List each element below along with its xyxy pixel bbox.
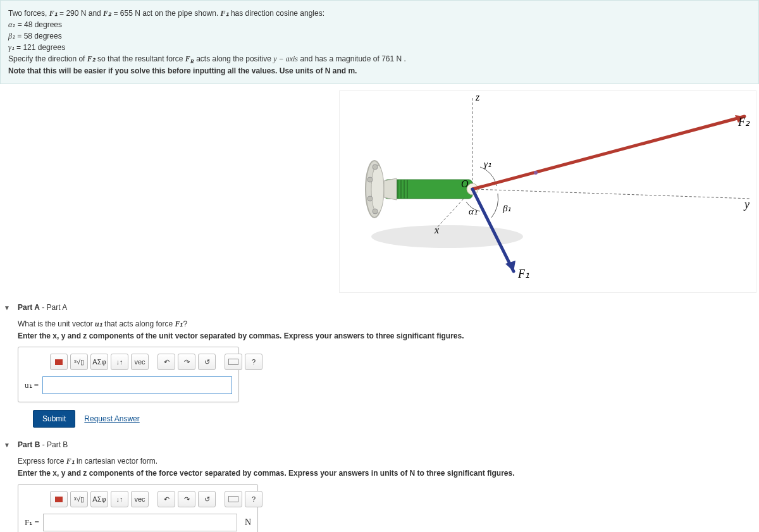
u1-symbol: u₁ — [95, 319, 102, 328]
text: = 58 degrees — [15, 32, 62, 40]
yaxis: y − axis — [273, 54, 298, 63]
text: = 121 degrees — [15, 43, 65, 52]
alpha1-symbol: α₁ — [8, 20, 15, 29]
f1-symbol: F₁ — [221, 9, 229, 18]
beta-line: β₁ = 58 degrees — [8, 32, 751, 41]
text: = 655 N — [111, 9, 140, 18]
rect-icon — [55, 359, 63, 365]
equation-toolbar: ᵡ√▯ ΑΣφ ↓↑ vec ↶ ↷ ↺ ? — [50, 491, 251, 507]
keyboard-icon — [228, 496, 238, 502]
request-answer-link[interactable]: Request Answer — [84, 414, 139, 423]
text: act on the pipe shown. — [140, 9, 221, 18]
submit-button[interactable]: Submit — [33, 410, 75, 428]
part-b-title-bold: Part B — [18, 440, 40, 449]
part-b-body: Express force F₁ in cartesian vector for… — [18, 457, 756, 532]
text: and — [86, 9, 103, 18]
part-a-section: ▼ Part A - Part A What is the unit vecto… — [3, 303, 756, 428]
axis-y-label: y — [743, 198, 750, 211]
part-b-instructions: Enter the x, y and z components of the f… — [18, 469, 756, 478]
problem-statement: Two forces, F₁ = 290 N and F₂ = 655 N ac… — [0, 0, 759, 84]
arrows-button[interactable]: ↓↑ — [111, 354, 128, 370]
help-button[interactable]: ? — [245, 354, 262, 370]
part-a-body: What is the unit vector u₁ that acts alo… — [18, 319, 756, 428]
help-button[interactable]: ? — [245, 491, 262, 507]
radical-button[interactable]: ᵡ√▯ — [70, 491, 88, 507]
spacer — [151, 491, 155, 507]
part-b-title: Part B - Part B — [18, 440, 68, 449]
text: and has a magnitude of 761 N . — [298, 54, 406, 63]
text: that acts along force — [102, 319, 175, 328]
alpha1-label: α₁ — [469, 206, 478, 216]
part-b-answer-box: ᵡ√▯ ΑΣφ ↓↑ vec ↶ ↷ ↺ ? F₁ = N — [18, 484, 258, 532]
text: ? — [183, 319, 188, 328]
undo-button[interactable]: ↶ — [157, 354, 175, 370]
f2-symbol: F₂ — [87, 54, 96, 63]
text: Specify the direction of — [8, 54, 87, 63]
part-b-input-label: F₁ = — [25, 517, 39, 528]
redo-button[interactable]: ↷ — [178, 354, 195, 370]
f2-symbol: F₂ — [103, 9, 111, 18]
redo-button[interactable]: ↷ — [178, 491, 195, 507]
f1-symbol: F₁ — [175, 319, 183, 328]
spacer — [218, 354, 222, 370]
template-button[interactable] — [50, 491, 68, 507]
keyboard-button[interactable] — [225, 354, 242, 370]
svg-point-10 — [367, 196, 373, 201]
part-b-title-rest: - Part B — [40, 440, 68, 449]
collapse-icon[interactable]: ▼ — [3, 442, 11, 448]
part-a-answer-box: ᵡ√▯ ΑΣφ ↓↑ vec ↶ ↷ ↺ ? u₁ = — [18, 347, 239, 402]
axis-x-label: x — [434, 225, 439, 235]
greek-button[interactable]: ΑΣφ — [90, 491, 108, 507]
gamma1-symbol: γ₁ — [8, 43, 15, 52]
f1-symbol: F₁ — [49, 9, 58, 18]
unit-label: N — [241, 517, 251, 528]
greek-button[interactable]: ΑΣφ — [90, 354, 108, 370]
svg-point-9 — [367, 177, 373, 182]
text: so that the resultant force — [96, 54, 185, 63]
part-a-title-bold: Part A — [18, 303, 40, 312]
spacer — [151, 354, 155, 370]
part-a-instructions: Enter the x, y and z components of the u… — [18, 331, 756, 340]
text: acts along the positive — [194, 54, 273, 63]
beta1-symbol: β₁ — [8, 32, 15, 40]
vec-button[interactable]: vec — [131, 491, 149, 507]
template-button[interactable] — [50, 354, 68, 370]
fr-symbol: FR — [185, 54, 194, 63]
part-a-title: Part A - Part A — [18, 303, 67, 312]
vec-button[interactable]: vec — [131, 354, 149, 370]
part-b-header: ▼ Part B - Part B — [3, 440, 756, 449]
text: Express force — [18, 457, 66, 466]
text: What is the unit vector — [18, 319, 95, 328]
reset-button[interactable]: ↺ — [198, 491, 216, 507]
figure-svg: z y x O γ₁ α₁ β₁ F₁ F₂ — [340, 91, 757, 294]
keyboard-button[interactable] — [225, 491, 242, 507]
reset-button[interactable]: ↺ — [198, 354, 216, 370]
svg-point-6 — [371, 165, 384, 213]
f2-vec-label: F₂ — [737, 116, 750, 128]
svg-line-17 — [472, 116, 744, 189]
part-b-input-row: F₁ = N — [25, 514, 251, 531]
svg-point-8 — [373, 209, 378, 214]
svg-point-7 — [373, 164, 378, 170]
radical-button[interactable]: ᵡ√▯ — [70, 354, 88, 370]
intro-line: Two forces, F₁ = 290 N and F₂ = 655 N ac… — [8, 9, 751, 18]
undo-button[interactable]: ↶ — [157, 491, 175, 507]
equation-toolbar: ᵡ√▯ ΑΣφ ↓↑ vec ↶ ↷ ↺ ? — [50, 354, 232, 370]
collapse-icon[interactable]: ▼ — [3, 304, 11, 311]
figure: z y x O γ₁ α₁ β₁ F₁ F₂ — [339, 90, 756, 293]
svg-line-2 — [472, 189, 751, 199]
part-a-input-row: u₁ = — [25, 376, 232, 394]
beta1-label: β₁ — [502, 203, 511, 213]
text: Two forces, — [8, 9, 49, 18]
text: = 48 degrees — [15, 20, 62, 29]
part-a-header: ▼ Part A - Part A — [3, 303, 756, 312]
f1-symbol: F₁ — [66, 457, 75, 466]
part-a-input[interactable] — [42, 376, 232, 394]
arrows-button[interactable]: ↓↑ — [111, 491, 128, 507]
part-a-question: What is the unit vector u₁ that acts alo… — [18, 319, 756, 329]
part-b-input[interactable] — [43, 514, 237, 531]
keyboard-icon — [228, 359, 238, 365]
part-b-section: ▼ Part B - Part B Express force F₁ in ca… — [3, 440, 756, 532]
part-b-question: Express force F₁ in cartesian vector for… — [18, 457, 756, 466]
part-a-title-rest: - Part A — [40, 303, 67, 312]
